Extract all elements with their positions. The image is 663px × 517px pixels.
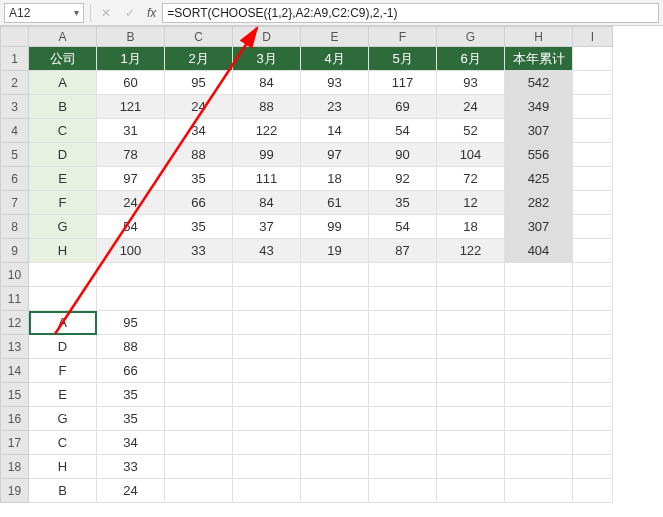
row-header-7[interactable]: 7: [1, 191, 29, 215]
row-header-14[interactable]: 14: [1, 359, 29, 383]
cell-D13[interactable]: [233, 335, 301, 359]
cell-I4[interactable]: [573, 119, 613, 143]
cell-B17[interactable]: 34: [97, 431, 165, 455]
row-header-13[interactable]: 13: [1, 335, 29, 359]
cell-F9[interactable]: 87: [369, 239, 437, 263]
row-header-18[interactable]: 18: [1, 455, 29, 479]
cell-D3[interactable]: 88: [233, 95, 301, 119]
cell-B8[interactable]: 54: [97, 215, 165, 239]
col-header-I[interactable]: I: [573, 27, 613, 47]
cell-G14[interactable]: [437, 359, 505, 383]
cell-B16[interactable]: 35: [97, 407, 165, 431]
cell-A15[interactable]: E: [29, 383, 97, 407]
cell-I13[interactable]: [573, 335, 613, 359]
cell-C15[interactable]: [165, 383, 233, 407]
cell-H11[interactable]: [505, 287, 573, 311]
name-box[interactable]: A12 ▾: [4, 3, 84, 23]
cell-A14[interactable]: F: [29, 359, 97, 383]
row-header-2[interactable]: 2: [1, 71, 29, 95]
cell-C2[interactable]: 95: [165, 71, 233, 95]
cell-H6[interactable]: 425: [505, 167, 573, 191]
row-header-19[interactable]: 19: [1, 479, 29, 503]
cell-I12[interactable]: [573, 311, 613, 335]
cell-D15[interactable]: [233, 383, 301, 407]
cell-H1[interactable]: 本年累计: [505, 47, 573, 71]
cell-D7[interactable]: 84: [233, 191, 301, 215]
col-header-B[interactable]: B: [97, 27, 165, 47]
cell-G2[interactable]: 93: [437, 71, 505, 95]
cell-B3[interactable]: 121: [97, 95, 165, 119]
cell-C14[interactable]: [165, 359, 233, 383]
row-header-16[interactable]: 16: [1, 407, 29, 431]
cell-A11[interactable]: 公司: [29, 287, 97, 311]
cell-E3[interactable]: 23: [301, 95, 369, 119]
cell-G13[interactable]: [437, 335, 505, 359]
cell-D11[interactable]: [233, 287, 301, 311]
cell-F13[interactable]: [369, 335, 437, 359]
cell-B7[interactable]: 24: [97, 191, 165, 215]
cell-D8[interactable]: 37: [233, 215, 301, 239]
cell-D19[interactable]: [233, 479, 301, 503]
cell-E12[interactable]: [301, 311, 369, 335]
cell-C9[interactable]: 33: [165, 239, 233, 263]
cell-I9[interactable]: [573, 239, 613, 263]
cell-F1[interactable]: 5月: [369, 47, 437, 71]
cell-D18[interactable]: [233, 455, 301, 479]
cell-C5[interactable]: 88: [165, 143, 233, 167]
row-header-8[interactable]: 8: [1, 215, 29, 239]
fx-icon[interactable]: fx: [147, 6, 156, 20]
row-header-6[interactable]: 6: [1, 167, 29, 191]
cell-B10[interactable]: [97, 263, 165, 287]
cell-C10[interactable]: [165, 263, 233, 287]
cell-H9[interactable]: 404: [505, 239, 573, 263]
cell-I2[interactable]: [573, 71, 613, 95]
cell-I14[interactable]: [573, 359, 613, 383]
cell-D6[interactable]: 111: [233, 167, 301, 191]
cell-H7[interactable]: 282: [505, 191, 573, 215]
cell-E19[interactable]: [301, 479, 369, 503]
cell-D4[interactable]: 122: [233, 119, 301, 143]
cell-A2[interactable]: A: [29, 71, 97, 95]
cell-I10[interactable]: [573, 263, 613, 287]
cell-G8[interactable]: 18: [437, 215, 505, 239]
cell-C11[interactable]: [165, 287, 233, 311]
cell-C4[interactable]: 34: [165, 119, 233, 143]
cell-A19[interactable]: B: [29, 479, 97, 503]
cell-C3[interactable]: 24: [165, 95, 233, 119]
cell-F2[interactable]: 117: [369, 71, 437, 95]
cell-C17[interactable]: [165, 431, 233, 455]
cell-F10[interactable]: [369, 263, 437, 287]
cell-E10[interactable]: [301, 263, 369, 287]
col-header-E[interactable]: E: [301, 27, 369, 47]
cell-B12[interactable]: 95: [97, 311, 165, 335]
cell-I18[interactable]: [573, 455, 613, 479]
row-header-3[interactable]: 3: [1, 95, 29, 119]
cell-E18[interactable]: [301, 455, 369, 479]
cell-D16[interactable]: [233, 407, 301, 431]
cell-E2[interactable]: 93: [301, 71, 369, 95]
row-header-9[interactable]: 9: [1, 239, 29, 263]
cell-A6[interactable]: E: [29, 167, 97, 191]
cell-E4[interactable]: 14: [301, 119, 369, 143]
cell-A13[interactable]: D: [29, 335, 97, 359]
cell-H13[interactable]: [505, 335, 573, 359]
select-all-corner[interactable]: [1, 27, 29, 47]
cell-H2[interactable]: 542: [505, 71, 573, 95]
cell-I8[interactable]: [573, 215, 613, 239]
cell-G15[interactable]: [437, 383, 505, 407]
cell-C18[interactable]: [165, 455, 233, 479]
cell-H5[interactable]: 556: [505, 143, 573, 167]
cell-C19[interactable]: [165, 479, 233, 503]
row-header-10[interactable]: 10: [1, 263, 29, 287]
cell-G10[interactable]: [437, 263, 505, 287]
cell-F17[interactable]: [369, 431, 437, 455]
cell-A16[interactable]: G: [29, 407, 97, 431]
cell-I1[interactable]: [573, 47, 613, 71]
cell-A5[interactable]: D: [29, 143, 97, 167]
row-header-12[interactable]: 12: [1, 311, 29, 335]
cell-F15[interactable]: [369, 383, 437, 407]
cell-G12[interactable]: [437, 311, 505, 335]
cell-B14[interactable]: 66: [97, 359, 165, 383]
row-header-17[interactable]: 17: [1, 431, 29, 455]
col-header-C[interactable]: C: [165, 27, 233, 47]
